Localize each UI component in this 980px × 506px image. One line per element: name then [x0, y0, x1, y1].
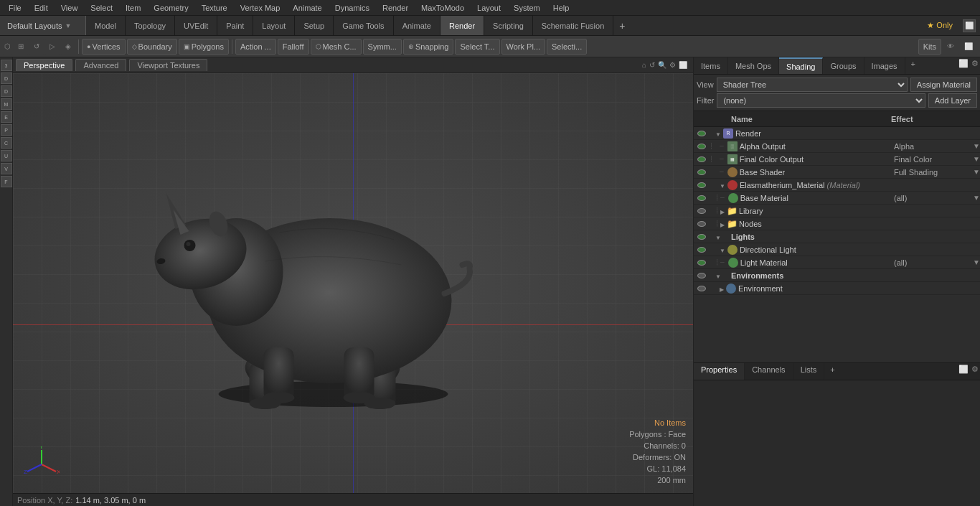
- menu-maxtomodo[interactable]: MaxToModo: [415, 2, 470, 14]
- tab-game-tools[interactable]: Game Tools: [334, 16, 394, 35]
- panel-tab-mesh-ops[interactable]: Mesh Ops: [728, 57, 779, 74]
- vis-elasmatherium[interactable]: [694, 182, 710, 188]
- tree-row-base-shader[interactable]: ─ Base Shader Full Shading ▼: [694, 166, 980, 179]
- tab-add[interactable]: +: [613, 17, 631, 34]
- tree-row-directional-light[interactable]: Directional Light: [694, 243, 980, 256]
- menu-dynamics[interactable]: Dynamics: [329, 2, 375, 14]
- tree-row-base-material[interactable]: ┊ ─ Base Material (all) ▼: [694, 192, 980, 205]
- tree-row-nodes[interactable]: ┊ 📁 Nodes: [694, 217, 980, 230]
- tab-paint[interactable]: Paint: [217, 16, 253, 35]
- tab-layout[interactable]: Layout: [253, 16, 295, 35]
- tool-grid[interactable]: ⊞: [14, 39, 28, 55]
- tool-rotate[interactable]: ↺: [29, 39, 44, 55]
- tool-symmetry[interactable]: Symm...: [363, 39, 402, 55]
- tri-library[interactable]: [720, 207, 725, 215]
- menu-geometry[interactable]: Geometry: [148, 2, 194, 14]
- tri-environments[interactable]: [715, 271, 721, 280]
- panel-expand-btn[interactable]: ⬜: [957, 57, 970, 74]
- side-tool-5[interactable]: E: [1, 111, 12, 123]
- menu-file[interactable]: File: [3, 2, 27, 14]
- vis-directional-light[interactable]: [694, 247, 710, 253]
- tool-b[interactable]: ◈: [61, 39, 75, 55]
- tree-row-environments[interactable]: Environments: [694, 269, 980, 282]
- tool-select-t[interactable]: Select T...: [455, 39, 499, 55]
- tab-schematic-fusion[interactable]: Schematic Fusion: [533, 16, 613, 35]
- side-tool-8[interactable]: U: [1, 150, 12, 161]
- menu-select[interactable]: Select: [85, 2, 118, 14]
- vis-alpha[interactable]: [694, 144, 710, 149]
- tool-action[interactable]: Action ...: [235, 39, 276, 55]
- menu-vertex-map[interactable]: Vertex Map: [235, 2, 286, 14]
- tab-animate[interactable]: Animate: [394, 16, 440, 35]
- tool-polygons[interactable]: ▣ Polygons: [179, 39, 229, 55]
- view-select[interactable]: Shader Tree: [717, 78, 908, 92]
- tri-elasmatherium[interactable]: [720, 181, 725, 189]
- rb-tab-properties[interactable]: Properties: [694, 363, 745, 380]
- tab-star[interactable]: ★ Only: [921, 21, 958, 30]
- vis-render[interactable]: [694, 131, 710, 136]
- vis-environment[interactable]: [694, 286, 710, 291]
- side-tool-9[interactable]: V: [1, 163, 12, 174]
- tab-setup[interactable]: Setup: [295, 16, 334, 35]
- vp-settings-btn[interactable]: ⚙: [669, 61, 676, 69]
- vis-base-material[interactable]: [694, 195, 710, 201]
- tool-mesh[interactable]: ⬡ Mesh C...: [311, 39, 362, 55]
- tri-render[interactable]: [715, 129, 721, 138]
- rb-tab-lists[interactable]: Lists: [793, 363, 825, 380]
- filter-select[interactable]: (none): [717, 93, 925, 108]
- rb-tab-channels[interactable]: Channels: [745, 363, 793, 380]
- tab-uvedit[interactable]: UVEdit: [175, 16, 217, 35]
- side-tool-2[interactable]: D: [1, 72, 12, 84]
- tool-falloff[interactable]: Falloff: [278, 39, 309, 55]
- tool-expand[interactable]: ⬜: [960, 39, 977, 55]
- tree-row-elasmatherium[interactable]: Elasmatherium_Material (Material): [694, 179, 980, 192]
- side-tool-4[interactable]: M: [1, 98, 12, 110]
- rb-tab-add[interactable]: +: [824, 363, 840, 380]
- side-tool-1[interactable]: 3: [1, 60, 12, 71]
- vis-final-color[interactable]: [694, 156, 710, 162]
- menu-texture[interactable]: Texture: [196, 2, 233, 14]
- panel-tab-shading[interactable]: Shading: [779, 57, 823, 74]
- tool-vr[interactable]: 👁: [943, 39, 958, 55]
- menu-layout[interactable]: Layout: [471, 2, 507, 14]
- vp-expand-btn[interactable]: ⬜: [679, 61, 687, 69]
- vis-environments[interactable]: [694, 273, 710, 278]
- vis-nodes[interactable]: [694, 221, 710, 227]
- tri-nodes[interactable]: [720, 220, 725, 228]
- tab-model[interactable]: Model: [86, 16, 126, 35]
- vis-light-material[interactable]: [694, 260, 710, 266]
- tool-vertices[interactable]: ● Vertices: [82, 39, 126, 55]
- menu-system[interactable]: System: [508, 2, 546, 14]
- layout-dropdown[interactable]: Default Layouts ▼: [0, 16, 86, 35]
- tree-row-library[interactable]: ┊ 📁 Library: [694, 205, 980, 217]
- panel-tab-groups[interactable]: Groups: [823, 57, 864, 74]
- vp-home-btn[interactable]: ⌂: [642, 61, 646, 69]
- tree-row-light-material[interactable]: ┊ ─ Light Material (all) ▼: [694, 256, 980, 269]
- rb-expand-btn[interactable]: ⬜: [957, 363, 970, 380]
- panel-tab-images[interactable]: Images: [864, 57, 905, 74]
- vp-tab-advanced[interactable]: Advanced: [75, 59, 126, 71]
- assign-material-btn[interactable]: Assign Material: [910, 78, 977, 92]
- tree-row-render[interactable]: R Render: [694, 127, 980, 140]
- menu-help[interactable]: Help: [547, 2, 575, 14]
- tri-directional-light[interactable]: [720, 245, 725, 254]
- vp-tab-textures[interactable]: Viewport Textures: [129, 59, 207, 71]
- side-tool-6[interactable]: P: [1, 124, 12, 136]
- tool-transform[interactable]: ⬡: [3, 39, 12, 55]
- tool-boundary[interactable]: ◇ Boundary: [127, 39, 177, 55]
- tool-selecti[interactable]: Selecti...: [547, 39, 587, 55]
- vis-base-shader[interactable]: [694, 169, 710, 175]
- vis-library[interactable]: [694, 208, 710, 214]
- panel-tab-add[interactable]: +: [905, 57, 921, 74]
- tree-row-alpha[interactable]: ┊ ─ ░ Alpha Output Alpha ▼: [694, 140, 980, 153]
- tab-render[interactable]: Render: [440, 16, 484, 35]
- side-tool-10[interactable]: F: [1, 176, 12, 187]
- tool-kits[interactable]: Kits: [918, 39, 941, 55]
- menu-render[interactable]: Render: [377, 2, 414, 14]
- side-tool-7[interactable]: C: [1, 137, 12, 149]
- tool-a[interactable]: ▷: [45, 39, 60, 55]
- tab-topology[interactable]: Topology: [126, 16, 175, 35]
- add-layer-btn[interactable]: Add Layer: [928, 93, 977, 108]
- side-tool-3[interactable]: D: [1, 85, 12, 97]
- tab-scripting[interactable]: Scripting: [484, 16, 533, 35]
